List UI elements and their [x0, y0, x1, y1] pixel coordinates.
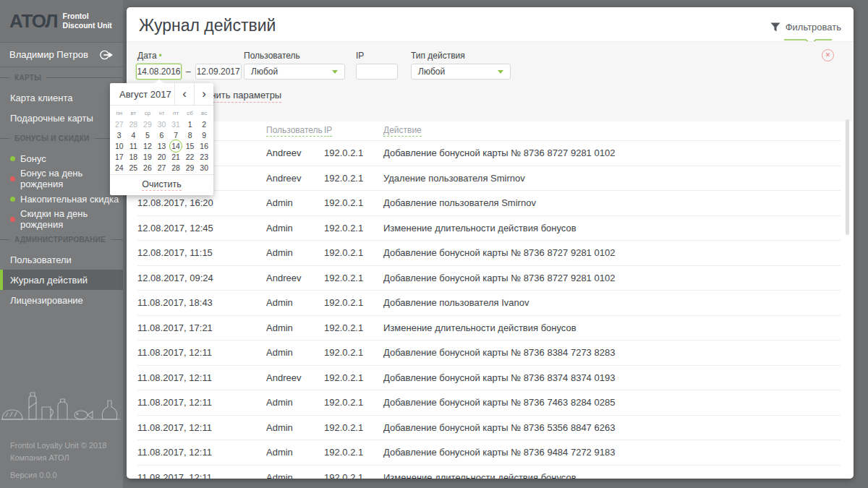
calendar-day[interactable]: 13: [155, 140, 169, 151]
calendar-day[interactable]: 19: [140, 151, 155, 162]
table-row[interactable]: 11.08.2017, 17:21Admin192.0.2.1Изменение…: [137, 315, 841, 341]
calendar-day[interactable]: 2: [197, 119, 211, 129]
table-row[interactable]: 11.08.2017, 18:43Admin192.0.2.1Добавлени…: [137, 290, 841, 315]
calendar-day[interactable]: 3: [112, 129, 127, 140]
cell-action: Изменение длительности действия бонусов: [383, 322, 841, 333]
calendar-day[interactable]: 31: [169, 119, 183, 129]
table-row[interactable]: 11.08.2017, 12:11Admin192.0.2.1Изменение…: [137, 465, 841, 479]
calendar-day[interactable]: 24: [112, 162, 127, 173]
calendar-day[interactable]: 15: [183, 140, 197, 151]
calendar-day[interactable]: 17: [112, 151, 127, 162]
table-row[interactable]: 11.08.2017, 12:11Admin192.0.2.1Добавлени…: [137, 340, 841, 365]
calendar-day[interactable]: 10: [112, 140, 127, 151]
calendar-day[interactable]: 23: [197, 151, 211, 162]
calendar-day[interactable]: 21: [169, 151, 183, 162]
sidebar-item[interactable]: Пользователи: [0, 249, 123, 270]
calendar-day[interactable]: 6: [155, 129, 169, 140]
sidebar-item[interactable]: Накопительная скидка: [0, 189, 123, 209]
user-filter-select[interactable]: Любой: [244, 64, 345, 80]
calendar-day[interactable]: 5: [140, 129, 155, 140]
table-row[interactable]: 12.08.2017, 16:20Admin192.0.2.1Добавлени…: [137, 190, 841, 215]
ip-filter-input[interactable]: [356, 64, 398, 80]
cell-action: Добавление бонусной карты № 8736 7463 82…: [383, 397, 841, 408]
calendar-day[interactable]: 11: [127, 140, 141, 151]
table-row[interactable]: 11.08.2017, 12:11Admin192.0.2.1Добавлени…: [137, 440, 841, 465]
calendar-day[interactable]: 25: [127, 162, 141, 173]
cell-user: Admin: [266, 197, 324, 208]
action-type-filter-select[interactable]: Любой: [411, 64, 511, 80]
table-row[interactable]: 12.08.2017, 12:45Admin192.0.2.1Изменение…: [137, 215, 841, 241]
calendar-day[interactable]: 30: [197, 162, 211, 173]
cell-user: Andreev: [266, 147, 324, 158]
calendar-day[interactable]: 18: [127, 151, 141, 162]
calendar-day[interactable]: 30: [155, 119, 169, 129]
app-version: Версия 0.0.0: [10, 469, 106, 481]
date-from-input[interactable]: [136, 64, 182, 80]
atol-logo: АТОЛ: [9, 10, 58, 33]
table-row[interactable]: Andreev192.0.2.1Удаление пользователя Sm…: [137, 166, 841, 191]
sidebar-item[interactable]: Карта клиента: [0, 87, 123, 108]
cell-user: Admin: [266, 297, 324, 308]
table-row[interactable]: 12.08.2017, 09:24Andreev192.0.2.1Добавле…: [137, 265, 841, 291]
cell-action: Добавление бонусной карты № 8736 9484 72…: [383, 447, 841, 458]
calendar-day[interactable]: 28: [127, 119, 141, 129]
cell-action: Добавление бонусной карты № 8736 5356 88…: [383, 422, 841, 433]
date-to-input[interactable]: [195, 64, 242, 80]
status-dot-green: [10, 156, 15, 161]
logout-icon[interactable]: [100, 50, 114, 60]
column-header-label[interactable]: Действие: [383, 125, 422, 137]
scrollbar-thumb[interactable]: [846, 119, 849, 235]
table-row[interactable]: 12.08.2017, 11:15Admin192.0.2.1Добавлени…: [137, 240, 841, 265]
grocery-line-art: [0, 382, 123, 427]
column-header-label[interactable]: IP: [324, 125, 332, 137]
calendar-day-selected[interactable]: 14: [169, 140, 183, 151]
filter-toggle-button[interactable]: Фильтровать: [770, 22, 841, 33]
calendar-day[interactable]: 27: [112, 119, 127, 129]
sidebar-item[interactable]: Журнал действий: [0, 270, 123, 290]
cell-ip: 192.0.2.1: [324, 273, 383, 283]
table-row[interactable]: 11.08.2017, 12:11Andreev192.0.2.1Добавле…: [137, 365, 841, 390]
calendar-day[interactable]: 1: [183, 119, 197, 129]
company: Компания АТОЛ: [10, 452, 106, 464]
calendar-day[interactable]: 4: [127, 129, 141, 140]
calendar-day[interactable]: 9: [197, 129, 211, 140]
calendar-clear-button[interactable]: Очистить: [142, 179, 181, 191]
calendar-day[interactable]: 29: [140, 119, 155, 129]
table-row[interactable]: 11.08.2017, 12:11Admin192.0.2.1Добавлени…: [137, 415, 841, 440]
calendar-weekday: вт: [127, 109, 141, 118]
sidebar-item[interactable]: Бонус: [0, 148, 123, 168]
cell-ip: 192.0.2.1: [324, 173, 383, 184]
cell-user: Admin: [266, 223, 324, 234]
cell-user: Admin: [266, 422, 324, 433]
log-table-body: Andreev192.0.2.1Добавление бонусной карт…: [137, 140, 841, 479]
cell-ip: 192.0.2.1: [324, 223, 383, 234]
calendar-day[interactable]: 27: [155, 162, 169, 173]
column-header-label[interactable]: Пользователь: [266, 125, 323, 137]
calendar-day[interactable]: 22: [183, 151, 197, 162]
calendar-day[interactable]: 20: [155, 151, 169, 162]
status-dot-red: [10, 176, 15, 181]
calendar-prev-icon[interactable]: ‹: [174, 83, 194, 105]
sidebar-item[interactable]: Лицензирование: [0, 290, 123, 310]
calendar-day[interactable]: 16: [197, 140, 211, 151]
close-filter-icon[interactable]: ✕: [822, 49, 834, 61]
calendar-day[interactable]: 28: [169, 162, 183, 173]
calendar-day[interactable]: 12: [140, 140, 155, 151]
calendar-day[interactable]: 26: [140, 162, 155, 173]
sidebar-item[interactable]: Бонус на день рождения: [0, 168, 123, 189]
page-title: Журнал действий: [139, 16, 276, 35]
calendar-header: Август 2017 ‹ ›: [110, 83, 213, 106]
calendar-next-icon[interactable]: ›: [194, 83, 213, 105]
filter-panel: Дата• – Пользователь Любой IP Тип действ…: [127, 41, 854, 121]
product-name: Frontol Discount Unit: [63, 12, 112, 30]
cell-action: Изменение длительности действия бонусов: [383, 223, 841, 234]
column-header: IP: [324, 123, 383, 136]
table-row[interactable]: 11.08.2017, 12:11Admin192.0.2.1Добавлени…: [137, 390, 841, 415]
cell-ip: 192.0.2.1: [324, 422, 383, 433]
table-row[interactable]: Andreev192.0.2.1Добавление бонусной карт…: [137, 140, 841, 166]
calendar-month-label: Август 2017: [110, 83, 174, 105]
calendar-day[interactable]: 29: [183, 162, 197, 173]
calendar-day[interactable]: 8: [183, 129, 197, 140]
sidebar-item[interactable]: Подарочные карты: [0, 108, 123, 128]
sidebar-item[interactable]: Скидки на день рождения: [0, 209, 123, 229]
